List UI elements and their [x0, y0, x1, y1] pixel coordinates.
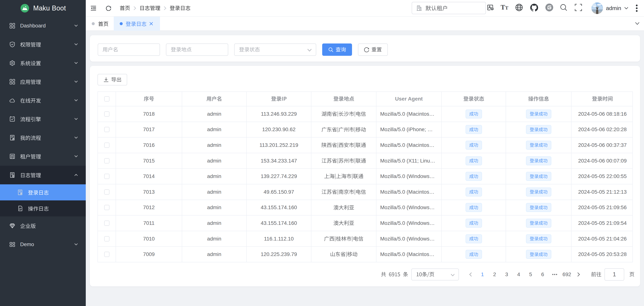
svg-text:T: T	[505, 5, 508, 11]
svg-text:T: T	[500, 4, 505, 11]
